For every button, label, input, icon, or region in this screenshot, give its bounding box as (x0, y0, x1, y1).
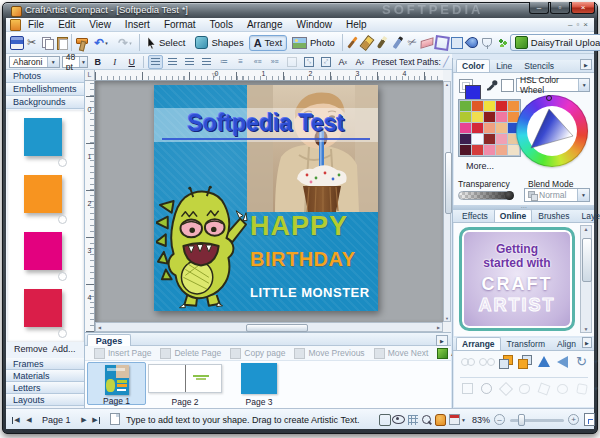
numbered-list-button[interactable]: ≡ (233, 55, 248, 69)
more-colors-link[interactable]: More... (466, 161, 494, 171)
tab-arrange[interactable]: Arrange (456, 337, 501, 350)
tab-brushes[interactable]: Brushes (532, 209, 575, 222)
sidebar-tab-materials[interactable]: Materials (6, 370, 84, 382)
palette-color-cell[interactable] (484, 145, 495, 155)
page1-thumbnail[interactable]: Page 1 (87, 362, 146, 405)
superscript-button[interactable]: Ax (352, 55, 367, 69)
palette-color-cell[interactable] (496, 112, 507, 122)
arrange-panel-expand-icon[interactable]: ▶ (582, 337, 592, 348)
color-picker-dropper-icon[interactable] (486, 78, 498, 91)
palette-color-cell[interactable] (484, 134, 495, 144)
redo-button[interactable]: ↷▾ (113, 35, 137, 50)
page2-thumbnail[interactable] (148, 364, 222, 393)
arrange-more-icon[interactable]: ▼ (593, 359, 599, 365)
sidebar-tab-layouts[interactable]: Layouts (6, 394, 84, 406)
card-page[interactable]: Softpedia Test (154, 85, 378, 311)
crop-to-star-icon[interactable] (536, 381, 551, 396)
horizontal-scrollbar[interactable]: ◀ ▶ (95, 322, 443, 332)
palette-color-cell[interactable] (496, 123, 507, 133)
palette-color-cell[interactable] (508, 145, 519, 155)
sidebar-tab-frames[interactable]: Frames (6, 358, 84, 370)
pen-tool-icon[interactable] (375, 35, 390, 50)
fill-tool-icon[interactable] (465, 35, 480, 50)
transparency-slider-knob[interactable] (505, 191, 514, 200)
photo-tool-button[interactable]: Photo (287, 35, 340, 51)
menu-item[interactable]: Arrange (240, 18, 290, 31)
background-swatch-magenta[interactable] (24, 232, 62, 270)
menu-item[interactable]: Format (157, 18, 203, 31)
card-happy-text[interactable]: HAPPY (250, 211, 378, 242)
flat-brush-tool-icon[interactable] (360, 35, 375, 50)
zoom-in-button[interactable]: + (568, 414, 579, 425)
underline-button[interactable]: U (124, 55, 139, 69)
zoom-slider-thumb[interactable] (518, 414, 525, 426)
background-swatch-orange[interactable] (24, 175, 62, 213)
align-right-button[interactable] (182, 55, 197, 69)
group-icon[interactable] (460, 354, 475, 369)
restore-button[interactable]: ▫ (550, 2, 570, 14)
palette-color-cell[interactable] (484, 112, 495, 122)
tab-line[interactable]: Line (490, 59, 518, 72)
scroll-left-icon[interactable]: ◀ (98, 325, 101, 330)
tab-stencils[interactable]: Stencils (518, 59, 560, 72)
remove-background-button[interactable]: Remove (14, 344, 48, 354)
palette-color-cell[interactable] (472, 123, 483, 133)
shapes-tool-button[interactable]: Shapes (190, 34, 248, 51)
snapping-more-icon[interactable]: ▼ (461, 417, 466, 423)
font-family-select[interactable]: Aharoni▼ (9, 56, 60, 68)
palette-color-cell[interactable] (460, 123, 471, 133)
undo-button[interactable]: ↶▾ (89, 35, 113, 50)
no-color-swatch[interactable] (501, 79, 514, 92)
text-tool-button[interactable]: AText (249, 35, 287, 51)
grow-text-fit-button[interactable]: ⤢ (318, 55, 333, 69)
mdi-close-button[interactable]: × (583, 20, 588, 29)
background-swatch-red[interactable] (24, 289, 62, 327)
blend-mode-dropdown[interactable]: Normal▼ (524, 188, 590, 202)
palette-color-cell[interactable] (496, 101, 507, 111)
tab-align[interactable]: Align (551, 337, 582, 350)
transparency-slider[interactable] (458, 191, 514, 200)
crop-to-square-icon[interactable] (460, 381, 475, 396)
scroll-right-icon[interactable]: ▶ (437, 325, 440, 330)
select-tool-button[interactable]: Select (142, 35, 190, 51)
pages-action-disabled[interactable]: Move Previous (294, 348, 364, 359)
scroll-down-icon[interactable]: ▼ (445, 316, 449, 321)
palette-color-cell[interactable] (496, 134, 507, 144)
menu-item[interactable]: Tools (203, 18, 240, 31)
tab-layers[interactable]: Layers (575, 209, 600, 222)
shrink-text-fit-button[interactable]: ⤡ (301, 55, 316, 69)
flip-vertical-icon[interactable] (536, 354, 551, 369)
minimize-button[interactable]: – (529, 2, 549, 14)
tab-effects[interactable]: Effects (456, 209, 494, 222)
sidebar-tab-letters[interactable]: Letters (6, 382, 84, 394)
palette-color-cell[interactable] (460, 134, 471, 144)
palette-color-cell[interactable] (460, 145, 471, 155)
vertical-scroll-thumb[interactable] (445, 152, 452, 214)
menu-item[interactable]: Window (289, 18, 339, 31)
ruler-origin-button[interactable]: L (85, 70, 95, 81)
scroll-down-icon[interactable]: ▼ (584, 326, 589, 332)
vertical-scrollbar[interactable]: ▲ ▼ (443, 81, 451, 322)
pages-action-disabled[interactable]: Copy page (230, 348, 285, 359)
pages-tab[interactable]: Pages (87, 334, 131, 346)
save-icon[interactable] (9, 35, 24, 50)
daisytrail-upload-button[interactable]: DaisyTrail Upload (510, 34, 600, 51)
last-page-button[interactable]: ▶ (90, 414, 102, 426)
pages-action-disabled[interactable]: Move Next (374, 348, 429, 359)
background-swatch-blue[interactable] (24, 118, 62, 156)
crop-to-blob-icon[interactable] (517, 381, 532, 396)
align-left-button[interactable] (148, 55, 163, 69)
menu-item[interactable]: File (21, 18, 51, 31)
rectangle-tool-icon[interactable] (450, 35, 465, 50)
crop-to-circle-icon[interactable] (479, 381, 494, 396)
color-panel-expand-icon[interactable]: ▶ (580, 59, 592, 70)
grid-icon[interactable] (406, 413, 419, 426)
palette-color-cell[interactable] (472, 101, 483, 111)
palette-color-cell[interactable] (460, 101, 471, 111)
ungroup-icon[interactable] (479, 354, 494, 369)
horizontal-scroll-thumb[interactable] (246, 324, 308, 332)
pages-expand-icon[interactable]: ▶ (436, 335, 448, 346)
bring-to-front-icon[interactable] (498, 354, 513, 369)
pages-action-disabled[interactable]: Insert Page (94, 348, 151, 359)
tab-online[interactable]: Online (494, 209, 532, 222)
